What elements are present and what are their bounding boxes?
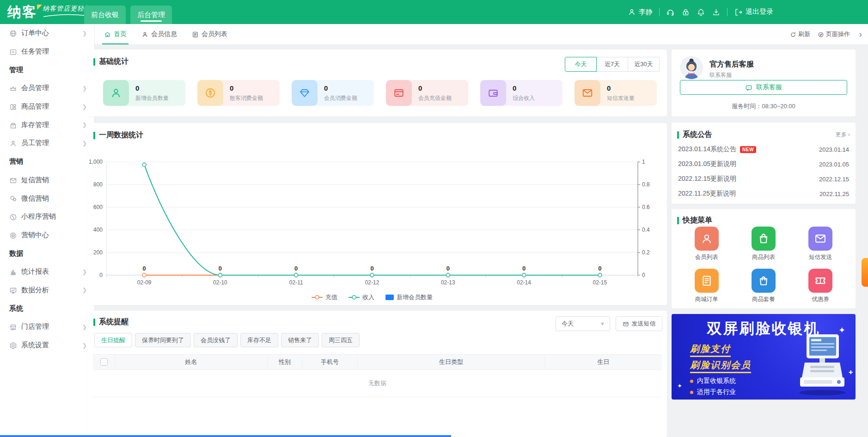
tab-会员信息[interactable]: 会员信息 xyxy=(141,24,177,44)
title-bar-icon xyxy=(93,319,95,326)
sidebar-item-任务管理[interactable]: 任务管理 xyxy=(0,43,94,61)
chevron-right-icon: ❯ xyxy=(82,104,87,110)
tab-会员列表[interactable]: 会员列表 xyxy=(192,24,227,44)
stat-card-短信发送量: 0短信发送量 xyxy=(575,80,657,106)
header-user-area: 李静 退出登录 xyxy=(628,0,773,24)
service-avatar xyxy=(680,56,703,79)
select-all-checkbox[interactable] xyxy=(100,358,108,366)
announcement-item[interactable]: 2022.12.15更新说明2022.12.15 xyxy=(672,172,856,186)
reminder-tab-会员没钱了[interactable]: 会员没钱了 xyxy=(194,333,238,347)
contact-service-button[interactable]: 联系客服 xyxy=(680,80,847,95)
quick-menu-优惠券[interactable]: 优惠券 xyxy=(792,269,849,303)
goods-icon xyxy=(9,103,17,111)
sidebar-item-统计报表[interactable]: 统计报表❯ xyxy=(0,263,94,281)
app-root: 纳客◤ 纳客管店更轻松 前台收银后台管理 李静 退出登录 订单中心❯任务管理管理… xyxy=(0,0,868,437)
stat-label: 会员消费金额 xyxy=(324,94,357,102)
chat-icon xyxy=(745,83,752,91)
tab-scroll-right-button[interactable] xyxy=(857,31,863,37)
caret-down-icon: ▼ xyxy=(600,321,605,326)
announcements-more-link[interactable]: 更多 › xyxy=(836,131,850,139)
wechat-icon xyxy=(9,195,17,203)
reminder-tab-销售来了[interactable]: 销售来了 xyxy=(281,333,319,347)
chevron-right-icon: ❯ xyxy=(82,342,87,349)
sidebar-item-库存管理[interactable]: 库存管理❯ xyxy=(0,116,94,134)
sidebar-item-系统设置[interactable]: 系统设置❯ xyxy=(0,336,94,355)
sidebar-item-微信营销[interactable]: 微信营销 xyxy=(0,189,94,208)
stat-card-散客消费金额: 0散客消费金额 xyxy=(197,80,280,106)
chev-icon xyxy=(857,32,863,38)
analysis-icon xyxy=(9,287,17,295)
filter-近30天[interactable]: 近30天 xyxy=(628,57,660,72)
reminder-tab-周三四五[interactable]: 周三四五 xyxy=(322,333,360,347)
sidebar-item-营销中心[interactable]: 营销中心 xyxy=(0,226,94,245)
quick-menu-grid: 会员列表商品列表短信发送商城订单商品套餐优惠券 xyxy=(678,227,849,303)
logout-button[interactable]: 退出登录 xyxy=(734,7,773,16)
pageops-icon xyxy=(818,31,824,38)
side-floating-widget[interactable] xyxy=(862,258,868,287)
reminder-table: 姓名性别手机号生日类型生日 无数据 xyxy=(93,354,662,397)
quick-menu-会员列表[interactable]: 会员列表 xyxy=(678,227,735,261)
stat-icon-box xyxy=(386,80,412,106)
notifications-button[interactable] xyxy=(697,7,705,16)
sidebar-item-订单中心[interactable]: 订单中心❯ xyxy=(0,24,94,43)
sidebar-item-门店管理[interactable]: 门店管理❯ xyxy=(0,318,94,336)
refresh-button[interactable]: 刷新 xyxy=(790,30,810,38)
stat-card-会员充值金额: 0会员充值金额 xyxy=(386,80,468,106)
quick-menu-商品列表[interactable]: 商品列表 xyxy=(735,227,792,261)
lock-icon xyxy=(681,8,690,17)
sidebar-item-小程序营销[interactable]: 小程序营销 xyxy=(0,208,94,226)
stat-icon-box xyxy=(480,80,506,106)
quick-menu-商城订单[interactable]: 商城订单 xyxy=(678,269,735,303)
support-button[interactable] xyxy=(666,7,675,16)
stat-label: 会员充值金额 xyxy=(418,94,452,102)
chevron-right-icon: ❯ xyxy=(82,269,87,275)
stat-icon-box xyxy=(103,80,129,106)
new-badge: NEW xyxy=(740,146,756,153)
quick-menu-title: 快捷菜单 xyxy=(677,215,712,225)
svg-text:0: 0 xyxy=(598,265,601,272)
target-icon xyxy=(9,232,17,240)
lock-button[interactable] xyxy=(681,7,690,16)
quick-menu-商品套餐[interactable]: 商品套餐 xyxy=(735,269,792,303)
bullet-dot-icon xyxy=(690,391,693,394)
send-sms-button[interactable]: 发送短信 xyxy=(616,316,662,331)
download-button[interactable] xyxy=(712,7,721,16)
sidebar-item-商品管理[interactable]: 商品管理❯ xyxy=(0,98,94,116)
stat-value: 0 xyxy=(418,84,422,92)
qm-bag-icon xyxy=(757,232,770,245)
announcement-item[interactable]: 2023.01.05更新说明2023.01.05 xyxy=(672,157,856,172)
member-icon xyxy=(110,87,122,99)
announcement-item[interactable]: 2023.01.14系统公告NEW2023.01.14 xyxy=(672,142,856,157)
user-menu[interactable]: 李静 xyxy=(628,8,653,17)
sidebar-item-数据分析[interactable]: 数据分析❯ xyxy=(0,281,94,300)
column-header-性别: 性别 xyxy=(268,355,302,369)
filter-近7天[interactable]: 近7天 xyxy=(596,57,628,72)
header-divider xyxy=(727,8,727,16)
quick-menu-panel: 快捷菜单 会员列表商品列表短信发送商城订单商品套餐优惠券 xyxy=(672,209,856,308)
username: 李静 xyxy=(639,8,653,17)
qm-coupon-icon xyxy=(808,269,832,293)
ad-banner[interactable]: 双屏刷脸收银机 刷脸支付 刷脸识别会员 内置收银系统 适用于各行业 ✦ ✦ ✚ xyxy=(672,314,856,400)
filter-今天[interactable]: 今天 xyxy=(565,57,597,72)
quick-menu-短信发送[interactable]: 短信发送 xyxy=(792,227,849,261)
announcement-date: 2022.12.15 xyxy=(819,176,849,183)
header-nav-pos[interactable]: 前台收银 xyxy=(84,6,126,24)
sidebar-item-会员管理[interactable]: 会员管理❯ xyxy=(0,79,94,98)
svg-text:0: 0 xyxy=(219,265,222,272)
sidebar-item-短信营销[interactable]: 短信营销 xyxy=(0,171,94,190)
reminder-tab-库存不足[interactable]: 库存不足 xyxy=(240,333,278,347)
tab-首页[interactable]: 首页 xyxy=(104,24,127,44)
page-ops-button[interactable]: 页面操作 xyxy=(818,30,850,38)
sidebar-item-员工管理[interactable]: 员工管理❯ xyxy=(0,134,94,153)
reminder-tab-保养时间要到了[interactable]: 保养时间要到了 xyxy=(135,333,191,347)
header-nav-admin[interactable]: 后台管理 xyxy=(130,6,172,24)
user-icon xyxy=(141,31,148,38)
stat-value: 0 xyxy=(135,84,139,92)
sparkle-icon: ✚ xyxy=(849,369,853,375)
announcement-item[interactable]: 2022.11.25更新说明2022.11.25 xyxy=(672,186,856,201)
reminder-tab-生日提醒[interactable]: 生日提醒 xyxy=(94,333,132,347)
reminder-date-select[interactable]: 今天 ▼ xyxy=(556,316,610,331)
svg-text:1: 1 xyxy=(642,159,645,165)
service-hours: 服务时间：08:30~20:00 xyxy=(672,102,856,111)
svg-text:0: 0 xyxy=(294,265,298,272)
